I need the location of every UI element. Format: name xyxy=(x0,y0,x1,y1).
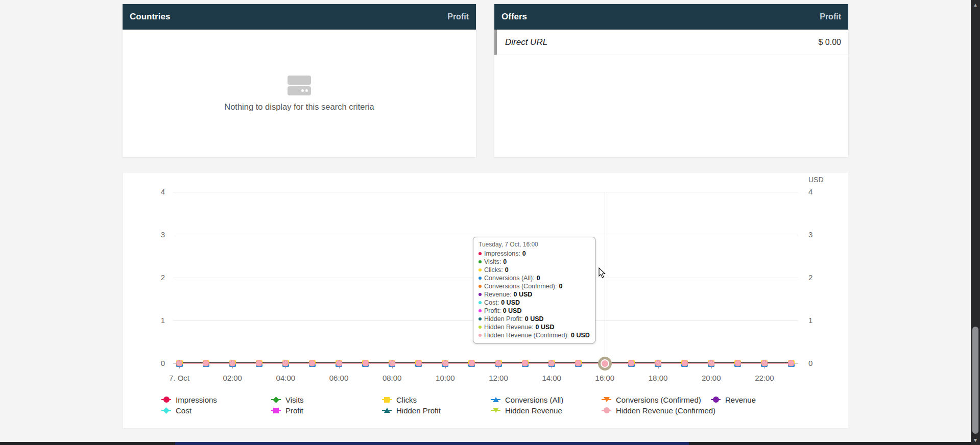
y-gridline xyxy=(173,192,798,192)
offers-panel-header: Offers Profit xyxy=(494,4,848,30)
data-point-marker[interactable] xyxy=(761,360,768,367)
legend-label: Revenue xyxy=(725,395,756,404)
scrollbar-down-icon[interactable]: ▼ xyxy=(971,437,980,443)
legend-item-conversions-confirmed[interactable]: Conversions (Confirmed) xyxy=(602,395,701,404)
scrollbar-up-icon[interactable]: ▲ xyxy=(971,2,980,8)
page: Countries Profit Nothing to display for … xyxy=(0,0,980,445)
data-point-marker[interactable] xyxy=(362,360,369,367)
offer-row-direct-url[interactable]: Direct URL $ 0.00 xyxy=(494,30,848,55)
data-point-marker-hovered[interactable] xyxy=(598,357,612,370)
data-point-marker[interactable] xyxy=(282,360,289,367)
tooltip-label: Cost: xyxy=(484,299,499,307)
data-point-marker[interactable] xyxy=(575,360,582,367)
legend-item-revenue[interactable]: Revenue xyxy=(711,395,756,404)
tooltip-value: 0 USD xyxy=(536,323,555,331)
data-point-marker[interactable] xyxy=(256,360,262,367)
series-color-dot-icon xyxy=(479,334,482,337)
data-point-marker[interactable] xyxy=(176,360,183,367)
data-point-marker[interactable] xyxy=(788,360,795,367)
legend-label: Conversions (All) xyxy=(505,395,563,404)
tooltip-title: Tuesday, 7 Oct, 16:00 xyxy=(479,241,590,248)
legend-label: Hidden Profit xyxy=(396,406,441,415)
x-axis-label: 10:00 xyxy=(427,374,463,382)
legend-item-clicks[interactable]: Clicks xyxy=(382,395,417,404)
legend-marker-diamond-icon xyxy=(271,396,281,403)
x-axis-label: 18:00 xyxy=(640,374,676,382)
data-point-marker[interactable] xyxy=(203,360,209,367)
y-axis-unit-label: USD xyxy=(808,176,824,184)
data-point-marker[interactable] xyxy=(229,360,236,367)
tooltip-value: 0 xyxy=(559,282,562,290)
data-point-marker[interactable] xyxy=(548,360,555,367)
legend-item-hidden-profit[interactable]: Hidden Profit xyxy=(382,406,441,415)
countries-panel: Countries Profit Nothing to display for … xyxy=(123,4,476,157)
x-axis-label: 06:00 xyxy=(321,374,357,382)
data-point-marker[interactable] xyxy=(309,360,316,367)
data-point-marker[interactable] xyxy=(708,360,714,367)
x-axis-label: 16:00 xyxy=(587,374,623,382)
data-point-marker[interactable] xyxy=(336,360,342,367)
database-icon xyxy=(288,76,311,96)
series-color-dot-icon xyxy=(479,277,482,280)
data-point-marker[interactable] xyxy=(495,360,502,367)
data-point-marker[interactable] xyxy=(655,360,661,367)
tooltip-value: 0 xyxy=(503,258,507,266)
legend-item-conversions-all[interactable]: Conversions (All) xyxy=(491,395,563,404)
legend-label: Cost xyxy=(176,406,192,415)
legend-label: Profit xyxy=(285,406,303,415)
tooltip-label: Hidden Revenue: xyxy=(484,323,534,331)
y-gridline xyxy=(173,235,798,235)
legend-marker-circle-icon xyxy=(711,396,721,403)
chart-tooltip: Tuesday, 7 Oct, 16:00 Impressions:0Visit… xyxy=(473,237,595,343)
tooltip-value: 0 xyxy=(537,274,540,282)
tooltip-label: Hidden Profit: xyxy=(484,315,523,323)
mouse-cursor-icon xyxy=(599,267,606,281)
legend-label: Hidden Revenue xyxy=(505,406,562,415)
tooltip-label: Visits: xyxy=(484,258,501,266)
tooltip-row: Clicks:0 xyxy=(479,266,590,274)
tooltip-label: Hidden Revenue (Confirmed): xyxy=(484,331,569,339)
offer-profit-value: $ 0.00 xyxy=(819,38,841,47)
legend-label: Hidden Revenue (Confirmed) xyxy=(616,406,715,415)
legend-marker-circle-icon xyxy=(161,396,171,403)
legend-item-hidden-revenue-confirmed[interactable]: Hidden Revenue (Confirmed) xyxy=(602,406,715,415)
x-axis-label: 7. Oct xyxy=(161,374,197,382)
legend-marker-diamond-icon xyxy=(161,407,171,414)
tooltip-value: 0 xyxy=(505,266,509,274)
offers-panel: Offers Profit Direct URL $ 0.00 xyxy=(494,4,848,157)
tooltip-label: Revenue: xyxy=(484,290,512,299)
x-axis-label: 02:00 xyxy=(214,374,250,382)
data-point-marker[interactable] xyxy=(681,360,688,367)
tooltip-row: Conversions (Confirmed):0 xyxy=(479,282,590,290)
legend-marker-circle-icon xyxy=(602,407,611,414)
data-point-marker[interactable] xyxy=(415,360,422,367)
tooltip-value: 0 USD xyxy=(503,307,522,315)
data-point-marker[interactable] xyxy=(522,360,529,367)
data-point-marker[interactable] xyxy=(734,360,741,367)
series-color-dot-icon xyxy=(479,252,482,255)
legend-item-impressions[interactable]: Impressions xyxy=(161,395,217,404)
taskbar-sliver-right xyxy=(689,442,971,445)
x-axis-label: 12:00 xyxy=(481,374,516,382)
legend-item-visits[interactable]: Visits xyxy=(271,395,304,404)
legend-item-hidden-revenue[interactable]: Hidden Revenue xyxy=(491,406,562,415)
tooltip-row: Visits:0 xyxy=(479,258,590,266)
series-color-dot-icon xyxy=(479,326,482,329)
series-color-dot-icon xyxy=(479,285,482,288)
tooltip-value: 0 USD xyxy=(571,331,590,339)
vertical-scrollbar[interactable]: ▲ ▼ xyxy=(971,0,980,445)
y-axis-label-left: 0 xyxy=(145,359,165,367)
empty-state-text: Nothing to display for this search crite… xyxy=(224,102,374,112)
legend-item-profit[interactable]: Profit xyxy=(271,406,303,415)
data-point-marker[interactable] xyxy=(468,360,475,367)
offers-title: Offers xyxy=(501,12,527,22)
countries-panel-header: Countries Profit xyxy=(123,4,476,30)
legend-label: Impressions xyxy=(176,395,217,404)
legend-item-cost[interactable]: Cost xyxy=(161,406,192,415)
legend-marker-tri-up-icon xyxy=(382,407,392,414)
tooltip-row: Conversions (All):0 xyxy=(479,274,590,282)
data-point-marker[interactable] xyxy=(442,360,448,367)
data-point-marker[interactable] xyxy=(628,360,635,367)
scrollbar-thumb[interactable] xyxy=(972,327,978,434)
data-point-marker[interactable] xyxy=(389,360,395,367)
